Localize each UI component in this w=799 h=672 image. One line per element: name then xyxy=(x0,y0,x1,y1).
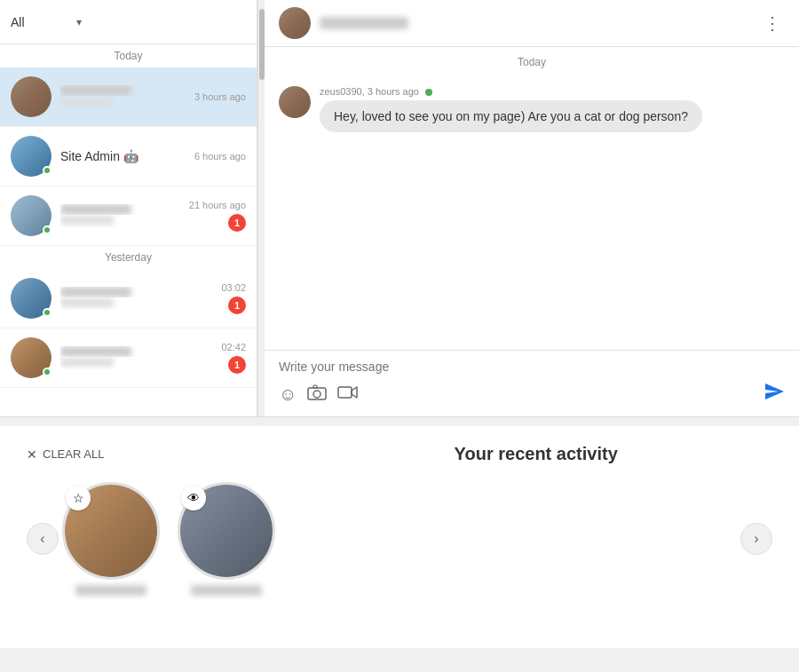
svg-rect-2 xyxy=(313,385,317,388)
conversation-item[interactable]: 21 hours ago 1 xyxy=(0,186,257,246)
svg-point-1 xyxy=(313,391,320,398)
nav-left-button[interactable]: ‹ xyxy=(27,523,59,555)
activity-items: ☆ 👁 xyxy=(27,482,311,596)
conv-name xyxy=(60,204,189,215)
activity-content-wrapper: ‹ ☆ xyxy=(27,482,772,596)
avatar-wrap xyxy=(11,337,51,378)
avatar-wrap xyxy=(11,136,51,177)
chat-toolbar: ☺ xyxy=(279,381,785,407)
nav-right-button[interactable]: › xyxy=(740,523,772,555)
admin-icon: 🤖 xyxy=(123,149,138,163)
avatar xyxy=(11,76,51,117)
blurred-name xyxy=(60,85,131,96)
date-label-today: Today xyxy=(0,44,257,67)
video-icon[interactable] xyxy=(337,384,359,405)
online-indicator xyxy=(43,225,51,234)
conv-info xyxy=(60,287,221,310)
message-avatar xyxy=(279,86,311,118)
conv-time: 3 hours ago xyxy=(194,91,246,102)
conv-name: Site Admin 🤖 xyxy=(60,149,194,163)
conv-preview xyxy=(60,96,194,108)
camera-icon[interactable] xyxy=(307,384,327,405)
scrollbar-thumb xyxy=(259,9,265,80)
conv-time: 03:02 xyxy=(221,282,246,293)
blurred-preview xyxy=(60,216,114,225)
filter-wrapper[interactable]: All Unread Requests ▾ xyxy=(11,15,82,29)
activity-icon-badge: 👁 xyxy=(181,486,206,510)
activity-title: Your recent activity xyxy=(299,444,772,464)
message-content: zeus0390, 3 hours ago Hey, loved to see … xyxy=(320,86,702,132)
conv-preview xyxy=(60,215,189,227)
conv-time: 02:42 xyxy=(221,342,246,352)
conv-time: 6 hours ago xyxy=(194,151,246,162)
message-input[interactable] xyxy=(279,360,785,374)
activity-name xyxy=(75,585,146,596)
conversation-item[interactable]: 02:42 1 xyxy=(0,328,257,388)
activity-panel: ✕ CLEAR ALL Your recent activity ‹ ☆ xyxy=(0,426,799,648)
star-icon: ☆ xyxy=(73,491,84,505)
blurred-name xyxy=(60,204,131,215)
conversation-item[interactable]: 3 hours ago xyxy=(0,67,257,127)
message-sender: zeus0390, xyxy=(320,86,368,97)
svg-rect-3 xyxy=(338,387,352,398)
message-time: 3 hours ago xyxy=(368,86,419,97)
more-options-icon[interactable]: ⋮ xyxy=(760,9,785,37)
unread-badge: 1 xyxy=(228,296,246,314)
conv-name xyxy=(60,346,221,357)
message-meta: zeus0390, 3 hours ago xyxy=(320,86,702,97)
chat-header: ⋮ xyxy=(265,0,799,47)
filter-select[interactable]: All Unread Requests xyxy=(11,15,82,29)
clear-all-x-icon: ✕ xyxy=(27,447,37,462)
blurred-preview xyxy=(60,358,114,367)
conversation-item[interactable]: 03:02 1 xyxy=(0,269,257,328)
message-row: zeus0390, 3 hours ago Hey, loved to see … xyxy=(279,86,785,132)
avatar-wrap xyxy=(11,278,51,319)
activity-item[interactable]: 👁 xyxy=(178,482,275,596)
conv-meta: 6 hours ago xyxy=(194,151,246,162)
chat-messages: zeus0390, 3 hours ago Hey, loved to see … xyxy=(265,77,799,350)
conversation-item[interactable]: Site Admin 🤖 6 hours ago xyxy=(0,127,257,186)
message-bubble: Hey, loved to see you on my page) Are yo… xyxy=(320,100,702,132)
blurred-name xyxy=(60,287,131,297)
conv-info: Site Admin 🤖 xyxy=(60,149,194,163)
conv-info xyxy=(60,85,194,108)
conv-info xyxy=(60,346,221,369)
activity-header: ✕ CLEAR ALL Your recent activity xyxy=(27,444,772,464)
activity-avatar-wrap: ☆ xyxy=(62,482,160,580)
conv-name xyxy=(60,287,221,297)
messaging-panel: All Unread Requests ▾ Today xyxy=(0,0,799,417)
chat-panel: ⋮ Today zeus0390, 3 hours ago Hey, loved… xyxy=(265,0,799,416)
scrollbar[interactable] xyxy=(257,0,265,416)
emoji-icon[interactable]: ☺ xyxy=(279,384,297,405)
conv-meta: 02:42 1 xyxy=(221,342,246,374)
blurred-preview xyxy=(60,298,114,307)
chat-date-label: Today xyxy=(265,47,799,77)
clear-all-label: CLEAR ALL xyxy=(43,447,104,461)
online-indicator xyxy=(43,308,51,317)
sidebar: All Unread Requests ▾ Today xyxy=(0,0,257,416)
activity-avatar-wrap: 👁 xyxy=(178,482,275,580)
date-label-yesterday: Yesterday xyxy=(0,246,257,269)
conv-meta: 21 hours ago 1 xyxy=(189,200,246,232)
blurred-preview xyxy=(60,97,114,106)
conv-info xyxy=(60,204,189,227)
blurred-name xyxy=(60,346,131,357)
sidebar-header: All Unread Requests ▾ xyxy=(0,0,257,44)
clear-all-button[interactable]: ✕ CLEAR ALL xyxy=(27,447,104,462)
conv-name xyxy=(60,85,194,96)
conversation-list[interactable]: Today 3 hours ago xyxy=(0,44,257,416)
eye-icon: 👁 xyxy=(187,491,200,505)
avatar-wrap xyxy=(11,195,51,236)
activity-item[interactable]: ☆ xyxy=(62,482,160,596)
conv-meta: 3 hours ago xyxy=(194,91,246,102)
conv-preview xyxy=(60,357,221,369)
conv-meta: 03:02 1 xyxy=(221,282,246,314)
activity-name xyxy=(191,585,262,596)
send-button[interactable] xyxy=(763,381,785,407)
avatar-wrap xyxy=(11,76,51,117)
conv-preview xyxy=(60,297,221,310)
unread-badge: 1 xyxy=(228,214,246,232)
online-dot-inline xyxy=(425,89,432,96)
unread-badge: 1 xyxy=(228,356,246,374)
chat-input-area: ☺ xyxy=(265,350,799,416)
